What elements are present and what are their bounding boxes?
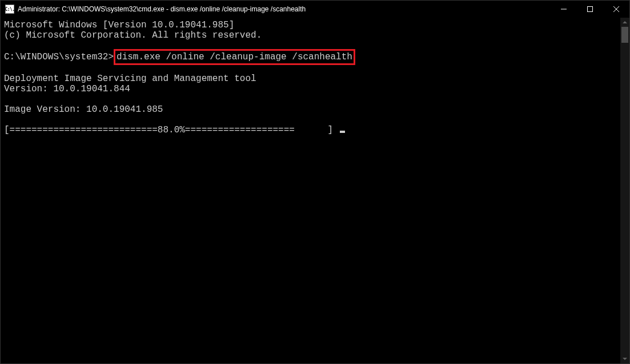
minimize-icon	[561, 6, 567, 12]
scrollbar-thumb[interactable]	[621, 27, 628, 43]
cmd-window: C:\. Administrator: C:\WINDOWS\system32\…	[0, 0, 630, 364]
cursor	[340, 131, 345, 133]
maximize-icon	[587, 6, 593, 12]
command-highlight: dism.exe /online /cleanup-image /scanhea…	[114, 49, 355, 65]
terminal-output[interactable]: Microsoft Windows [Version 10.0.19041.98…	[1, 18, 620, 363]
svg-rect-1	[588, 7, 593, 12]
scrollbar-track[interactable]	[620, 27, 629, 354]
svg-marker-5	[623, 358, 627, 360]
prompt-prefix: C:\WINDOWS\system32>	[4, 52, 114, 62]
dism-tool-version: Version: 10.0.19041.844	[4, 84, 130, 94]
minimize-button[interactable]	[551, 1, 577, 18]
copyright-line: (c) Microsoft Corporation. All rights re…	[4, 30, 262, 41]
close-icon	[613, 6, 619, 12]
vertical-scrollbar[interactable]	[620, 18, 629, 363]
dism-tool-name: Deployment Image Servicing and Managemen…	[4, 74, 256, 84]
svg-marker-4	[623, 21, 627, 23]
image-version: Image Version: 10.0.19041.985	[4, 104, 163, 115]
scroll-up-arrow-icon[interactable]	[620, 18, 629, 27]
progress-bar: [===========================88.0%=======…	[4, 125, 339, 135]
cmd-icon: C:\.	[5, 5, 14, 14]
titlebar[interactable]: C:\. Administrator: C:\WINDOWS\system32\…	[1, 1, 629, 18]
scroll-down-arrow-icon[interactable]	[620, 354, 629, 363]
maximize-button[interactable]	[577, 1, 603, 18]
window-controls	[551, 1, 629, 18]
client-area: Microsoft Windows [Version 10.0.19041.98…	[1, 18, 629, 363]
window-title: Administrator: C:\WINDOWS\system32\cmd.e…	[18, 5, 551, 13]
close-button[interactable]	[603, 1, 629, 18]
version-line: Microsoft Windows [Version 10.0.19041.98…	[4, 20, 234, 30]
